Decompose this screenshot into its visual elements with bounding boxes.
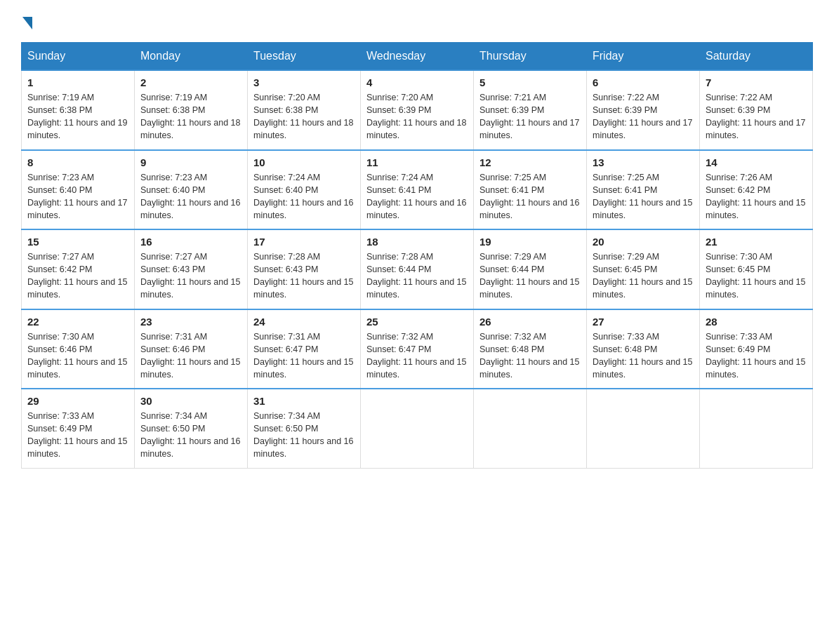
calendar-cell: 23Sunrise: 7:31 AMSunset: 6:46 PMDayligh…: [135, 309, 248, 389]
calendar-cell: 11Sunrise: 7:24 AMSunset: 6:41 PMDayligh…: [361, 150, 474, 230]
calendar-cell: 13Sunrise: 7:25 AMSunset: 6:41 PMDayligh…: [587, 150, 700, 230]
calendar-cell: 9Sunrise: 7:23 AMSunset: 6:40 PMDaylight…: [135, 150, 248, 230]
calendar-week-row: 8Sunrise: 7:23 AMSunset: 6:40 PMDaylight…: [22, 150, 813, 230]
day-number: 7: [706, 76, 807, 88]
day-info: Sunrise: 7:27 AMSunset: 6:42 PMDaylight:…: [27, 250, 128, 302]
day-info: Sunrise: 7:23 AMSunset: 6:40 PMDaylight:…: [27, 171, 128, 222]
day-number: 19: [479, 236, 581, 248]
day-number: 25: [366, 316, 468, 328]
day-info: Sunrise: 7:22 AMSunset: 6:39 PMDaylight:…: [706, 91, 807, 142]
calendar-cell: 12Sunrise: 7:25 AMSunset: 6:41 PMDayligh…: [474, 150, 587, 230]
calendar-cell: 21Sunrise: 7:30 AMSunset: 6:45 PMDayligh…: [700, 229, 813, 309]
logo: [21, 14, 32, 29]
day-number: 28: [706, 316, 807, 328]
day-info: Sunrise: 7:34 AMSunset: 6:50 PMDaylight:…: [253, 410, 355, 461]
calendar-cell: 4Sunrise: 7:20 AMSunset: 6:39 PMDaylight…: [361, 70, 474, 150]
calendar-cell: [700, 389, 813, 468]
day-number: 27: [593, 316, 694, 328]
calendar-week-row: 22Sunrise: 7:30 AMSunset: 6:46 PMDayligh…: [22, 309, 813, 389]
day-number: 1: [27, 76, 128, 88]
day-number: 30: [140, 395, 241, 407]
calendar-table: SundayMondayTuesdayWednesdayThursdayFrid…: [21, 42, 813, 469]
calendar-cell: 7Sunrise: 7:22 AMSunset: 6:39 PMDaylight…: [700, 70, 813, 150]
day-number: 3: [253, 76, 355, 88]
day-number: 8: [27, 156, 128, 168]
calendar-cell: [361, 389, 474, 468]
day-number: 16: [140, 236, 241, 248]
day-number: 14: [706, 156, 807, 168]
calendar-header-wednesday: Wednesday: [361, 43, 474, 71]
day-info: Sunrise: 7:31 AMSunset: 6:47 PMDaylight:…: [253, 330, 355, 382]
calendar-cell: 2Sunrise: 7:19 AMSunset: 6:38 PMDaylight…: [135, 70, 248, 150]
calendar-cell: [587, 389, 700, 468]
calendar-cell: 8Sunrise: 7:23 AMSunset: 6:40 PMDaylight…: [22, 150, 135, 230]
day-number: 22: [27, 316, 128, 328]
day-info: Sunrise: 7:28 AMSunset: 6:43 PMDaylight:…: [253, 250, 355, 302]
day-number: 15: [27, 236, 128, 248]
day-info: Sunrise: 7:30 AMSunset: 6:45 PMDaylight:…: [706, 250, 807, 302]
calendar-header-saturday: Saturday: [700, 43, 813, 71]
calendar-header-thursday: Thursday: [474, 43, 587, 71]
calendar-cell: 15Sunrise: 7:27 AMSunset: 6:42 PMDayligh…: [22, 229, 135, 309]
calendar-cell: 14Sunrise: 7:26 AMSunset: 6:42 PMDayligh…: [700, 150, 813, 230]
day-number: 26: [479, 316, 581, 328]
day-info: Sunrise: 7:19 AMSunset: 6:38 PMDaylight:…: [27, 91, 128, 142]
calendar-cell: 5Sunrise: 7:21 AMSunset: 6:39 PMDaylight…: [474, 70, 587, 150]
day-info: Sunrise: 7:21 AMSunset: 6:39 PMDaylight:…: [479, 91, 581, 142]
day-info: Sunrise: 7:32 AMSunset: 6:48 PMDaylight:…: [479, 330, 581, 382]
day-number: 20: [593, 236, 694, 248]
page-header: [21, 14, 813, 29]
calendar-cell: 24Sunrise: 7:31 AMSunset: 6:47 PMDayligh…: [248, 309, 361, 389]
day-info: Sunrise: 7:24 AMSunset: 6:41 PMDaylight:…: [366, 171, 468, 222]
day-info: Sunrise: 7:20 AMSunset: 6:39 PMDaylight:…: [366, 91, 468, 142]
day-info: Sunrise: 7:26 AMSunset: 6:42 PMDaylight:…: [706, 171, 807, 222]
day-info: Sunrise: 7:19 AMSunset: 6:38 PMDaylight:…: [140, 91, 241, 142]
calendar-header-tuesday: Tuesday: [248, 43, 361, 71]
calendar-cell: 18Sunrise: 7:28 AMSunset: 6:44 PMDayligh…: [361, 229, 474, 309]
calendar-week-row: 1Sunrise: 7:19 AMSunset: 6:38 PMDaylight…: [22, 70, 813, 150]
calendar-cell: 6Sunrise: 7:22 AMSunset: 6:39 PMDaylight…: [587, 70, 700, 150]
calendar-cell: 29Sunrise: 7:33 AMSunset: 6:49 PMDayligh…: [22, 389, 135, 468]
day-number: 31: [253, 395, 355, 407]
calendar-cell: 16Sunrise: 7:27 AMSunset: 6:43 PMDayligh…: [135, 229, 248, 309]
day-info: Sunrise: 7:34 AMSunset: 6:50 PMDaylight:…: [140, 410, 241, 461]
calendar-header-sunday: Sunday: [22, 43, 135, 71]
calendar-header-row: SundayMondayTuesdayWednesdayThursdayFrid…: [22, 43, 813, 71]
calendar-cell: 3Sunrise: 7:20 AMSunset: 6:38 PMDaylight…: [248, 70, 361, 150]
day-info: Sunrise: 7:31 AMSunset: 6:46 PMDaylight:…: [140, 330, 241, 382]
calendar-cell: 1Sunrise: 7:19 AMSunset: 6:38 PMDaylight…: [22, 70, 135, 150]
calendar-header-friday: Friday: [587, 43, 700, 71]
day-info: Sunrise: 7:29 AMSunset: 6:44 PMDaylight:…: [479, 250, 581, 302]
calendar-cell: 19Sunrise: 7:29 AMSunset: 6:44 PMDayligh…: [474, 229, 587, 309]
day-info: Sunrise: 7:33 AMSunset: 6:48 PMDaylight:…: [593, 330, 694, 382]
day-info: Sunrise: 7:28 AMSunset: 6:44 PMDaylight:…: [366, 250, 468, 302]
day-number: 5: [479, 76, 581, 88]
calendar-cell: 25Sunrise: 7:32 AMSunset: 6:47 PMDayligh…: [361, 309, 474, 389]
day-number: 29: [27, 395, 128, 407]
calendar-cell: 17Sunrise: 7:28 AMSunset: 6:43 PMDayligh…: [248, 229, 361, 309]
calendar-week-row: 29Sunrise: 7:33 AMSunset: 6:49 PMDayligh…: [22, 389, 813, 468]
calendar-cell: [474, 389, 587, 468]
day-info: Sunrise: 7:24 AMSunset: 6:40 PMDaylight:…: [253, 171, 355, 222]
calendar-cell: 28Sunrise: 7:33 AMSunset: 6:49 PMDayligh…: [700, 309, 813, 389]
calendar-header-monday: Monday: [135, 43, 248, 71]
day-info: Sunrise: 7:32 AMSunset: 6:47 PMDaylight:…: [366, 330, 468, 382]
day-number: 12: [479, 156, 581, 168]
day-number: 23: [140, 316, 241, 328]
day-number: 21: [706, 236, 807, 248]
day-info: Sunrise: 7:29 AMSunset: 6:45 PMDaylight:…: [593, 250, 694, 302]
calendar-week-row: 15Sunrise: 7:27 AMSunset: 6:42 PMDayligh…: [22, 229, 813, 309]
day-info: Sunrise: 7:33 AMSunset: 6:49 PMDaylight:…: [706, 330, 807, 382]
calendar-cell: 27Sunrise: 7:33 AMSunset: 6:48 PMDayligh…: [587, 309, 700, 389]
day-number: 4: [366, 76, 468, 88]
day-info: Sunrise: 7:25 AMSunset: 6:41 PMDaylight:…: [593, 171, 694, 222]
day-number: 24: [253, 316, 355, 328]
calendar-cell: 10Sunrise: 7:24 AMSunset: 6:40 PMDayligh…: [248, 150, 361, 230]
day-info: Sunrise: 7:25 AMSunset: 6:41 PMDaylight:…: [479, 171, 581, 222]
day-info: Sunrise: 7:27 AMSunset: 6:43 PMDaylight:…: [140, 250, 241, 302]
day-number: 11: [366, 156, 468, 168]
day-number: 9: [140, 156, 241, 168]
calendar-cell: 30Sunrise: 7:34 AMSunset: 6:50 PMDayligh…: [135, 389, 248, 468]
calendar-cell: 31Sunrise: 7:34 AMSunset: 6:50 PMDayligh…: [248, 389, 361, 468]
day-number: 17: [253, 236, 355, 248]
